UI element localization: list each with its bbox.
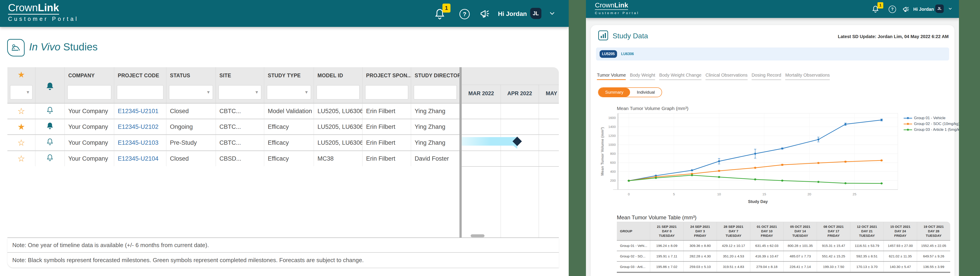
column-filter-input[interactable]: [67, 85, 111, 99]
help-icon[interactable]: ?: [460, 9, 470, 19]
table-row-cell: Erin Filbert: [362, 134, 411, 150]
star-outline-icon[interactable]: ☆: [18, 139, 25, 147]
model-chip-lu5205[interactable]: LU5205: [600, 50, 617, 58]
column-filter-input[interactable]: ▼: [218, 85, 261, 99]
value-cell: 429.12 ± 10.17: [717, 241, 750, 251]
svg-text:800: 800: [610, 152, 616, 155]
chevron-down-icon[interactable]: [549, 11, 555, 17]
crownlink-logo: CrownLink Customer Portal: [595, 2, 639, 15]
timeline-row-line: [462, 134, 559, 135]
column-filter-input[interactable]: ▼: [267, 85, 311, 99]
dropdown-arrow-icon[interactable]: ▼: [26, 90, 30, 95]
page-title: In Vivo Studies: [29, 41, 98, 53]
tab-body-weight-change[interactable]: Body Weight Change: [659, 73, 702, 80]
data-table-header-cell: 15 OCT 2021 DAY 24 FRIDAY: [883, 222, 917, 240]
bell-outline-icon[interactable]: [46, 153, 54, 164]
table-row-cell: [35, 150, 64, 166]
announcements-megaphone-icon[interactable]: [902, 5, 910, 14]
cell-text: Efficacy: [268, 139, 289, 146]
star-icon[interactable]: ★: [7, 70, 35, 80]
value-cell: 136.55 ± 3.99: [917, 262, 950, 272]
bell-filled-icon[interactable]: [46, 122, 54, 132]
alert-bell-icon: [46, 153, 54, 162]
legend-label: Group 03 - Article 1 (5mg/kg): [914, 128, 959, 132]
header-favorite-column: ★▼: [7, 67, 35, 103]
avatar[interactable]: JL: [935, 5, 944, 13]
star-outline-icon[interactable]: ☆: [18, 154, 25, 163]
legend-swatch: [904, 129, 912, 130]
value-cell: 226.41 ± 7.14: [783, 262, 817, 272]
bell-outline-icon[interactable]: [46, 137, 54, 148]
column-filter-input[interactable]: [317, 85, 360, 99]
toggle-individual-button[interactable]: Individual: [630, 88, 662, 97]
table-row-cell: E12345-U2102: [114, 119, 166, 134]
avatar[interactable]: JL: [530, 8, 541, 19]
table-row-cell: Your Company: [64, 103, 114, 119]
value-cell: 592.35 ± 8.51: [850, 251, 883, 261]
header-alert-column: [35, 67, 64, 103]
dropdown-arrow-icon[interactable]: ▼: [255, 90, 259, 95]
group-name-cell: Group 01 - Vehi...: [617, 241, 650, 251]
data-table-row: Group 03 - Arti...195.86 ± 7.02259.03 ± …: [617, 261, 950, 272]
value-cell: 800.28 ± 101.35: [783, 241, 817, 251]
star-outline-icon[interactable]: ☆: [18, 107, 25, 115]
column-filter-input[interactable]: [117, 85, 164, 99]
table-row-cell: LU5205, LU6306: [314, 119, 362, 134]
column-label: STUDY DIRECTOR: [415, 73, 461, 79]
table-row-cell: LU5205, LU6306,...: [314, 103, 362, 119]
column-filter-input[interactable]: [414, 85, 457, 99]
cell-text: Efficacy: [268, 155, 289, 162]
column-filter-input[interactable]: ▼: [169, 85, 213, 99]
toggle-summary-button[interactable]: Summary: [598, 88, 630, 97]
tab-mortality-observations[interactable]: Mortality Observations: [785, 73, 830, 80]
right-app-window: CrownLink Customer Portal 1 ? Hi Jordan …: [586, 0, 959, 276]
notification-badge: 1: [877, 2, 883, 8]
value-cell: 199.33 ± 7.50: [817, 262, 850, 272]
help-icon[interactable]: ?: [889, 6, 896, 13]
timeline-header: MAR 2022APR 2022MAY 2022: [462, 67, 559, 104]
column-filter-input[interactable]: ▼: [10, 85, 32, 99]
cell-text: Erin Filbert: [366, 108, 395, 115]
page-title-rest: Studies: [60, 41, 98, 53]
header-model-id-column: MODEL ID: [314, 67, 362, 103]
table-timeline-splitter[interactable]: [460, 67, 462, 238]
study-data-card: Study Data Latest SD Update: Jordan Lim,…: [591, 25, 955, 276]
tab-tumor-volume[interactable]: Tumor Volume: [597, 73, 626, 80]
project-code-link[interactable]: E12345-U2103: [118, 139, 159, 146]
project-code-link[interactable]: E12345-U2102: [118, 123, 159, 130]
project-code-link[interactable]: E12345-U2101: [118, 108, 159, 115]
timeline-gantt-bar[interactable]: [462, 137, 517, 146]
tab-body-weight[interactable]: Body Weight: [630, 73, 655, 80]
table-row-cell: Your Company: [64, 150, 114, 166]
header-project-code-column: PROJECT CODE: [114, 67, 166, 103]
table-row-cell: E12345-U2103: [114, 134, 166, 150]
project-code-link[interactable]: E12345-U2104: [118, 155, 159, 162]
dropdown-arrow-icon[interactable]: ▼: [304, 90, 309, 95]
dropdown-arrow-icon[interactable]: ▼: [206, 90, 210, 95]
column-label: MODEL ID: [318, 73, 343, 79]
chevron-down-icon[interactable]: [948, 7, 952, 11]
model-chip-lu6306[interactable]: LU6306: [621, 50, 634, 58]
cell-text: LU5205, LU6306: [318, 123, 362, 130]
column-label: PROJECT SPON...: [366, 73, 412, 79]
announcements-megaphone-icon[interactable]: [479, 8, 490, 20]
brand-link: Link: [38, 2, 59, 13]
timeline-horizontal-scrollbar[interactable]: [471, 235, 485, 237]
timeline-row-line: [462, 119, 559, 119]
table-row-cell: LU5205, LU6306: [314, 134, 362, 150]
bell-outline-icon[interactable]: [46, 106, 54, 116]
value-cell: 485.07 ± 7.73: [783, 251, 817, 261]
cell-text: Your Company: [68, 123, 108, 130]
value-cell: 631.45 ± 62.03: [750, 241, 783, 251]
table-row-cell: ☆: [7, 150, 35, 166]
tab-clinical-observations[interactable]: Clinical Observations: [705, 73, 748, 80]
bell-icon[interactable]: [35, 81, 64, 92]
cell-text: CBTC...: [220, 123, 241, 130]
column-filter-input[interactable]: [365, 85, 408, 99]
tab-dosing-record[interactable]: Dosing Record: [752, 73, 781, 80]
value-cell: 309.36 ± 8.80: [683, 241, 717, 251]
user-greeting: Hi Jordan: [913, 7, 934, 12]
data-table-title: Mean Tumor Volume Table (mm³): [617, 214, 697, 221]
table-row-cell: CBTC...: [216, 103, 264, 119]
star-filled-icon[interactable]: ★: [18, 123, 25, 131]
